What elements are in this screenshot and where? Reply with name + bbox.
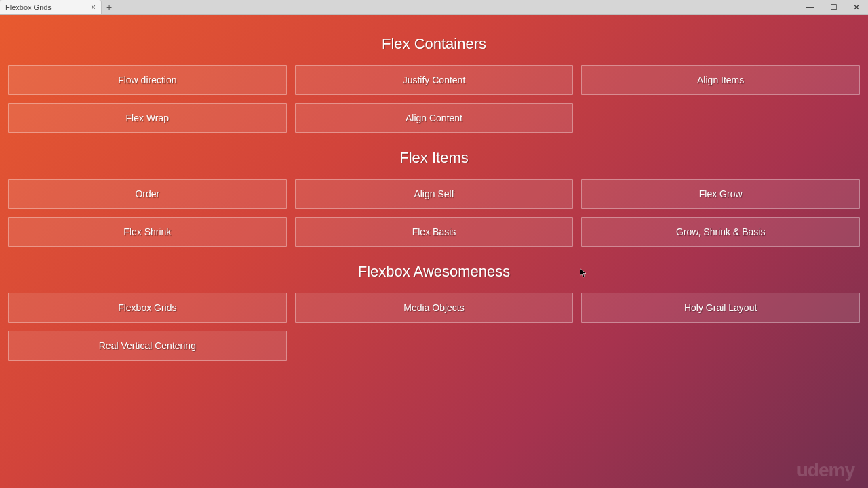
tile-justify-content[interactable]: Justify Content xyxy=(295,65,574,95)
tab-close-icon[interactable]: × xyxy=(91,3,96,12)
browser-tab[interactable]: Flexbox Grids × xyxy=(0,0,102,14)
tile-align-self[interactable]: Align Self xyxy=(295,179,574,209)
tile-media-objects[interactable]: Media Objects xyxy=(295,293,574,323)
grid-awesome: Flexbox Grids Media Objects Holy Grail L… xyxy=(8,293,860,361)
close-window-button[interactable]: ✕ xyxy=(845,0,868,15)
tile-holy-grail-layout[interactable]: Holy Grail Layout xyxy=(581,293,860,323)
section-title-items: Flex Items xyxy=(8,149,860,167)
tile-flex-basis[interactable]: Flex Basis xyxy=(295,217,574,247)
tile-flex-grow[interactable]: Flex Grow xyxy=(581,179,860,209)
tile-flex-wrap[interactable]: Flex Wrap xyxy=(8,103,287,133)
section-title-containers: Flex Containers xyxy=(8,35,860,53)
tile-flow-direction[interactable]: Flow direction xyxy=(8,65,287,95)
udemy-watermark: udemy xyxy=(797,460,854,481)
grid-items: Order Align Self Flex Grow Flex Shrink F… xyxy=(8,179,860,247)
section-title-awesome: Flexbox Awesomeness xyxy=(8,263,860,281)
new-tab-button[interactable]: + xyxy=(102,0,117,14)
minimize-button[interactable]: — xyxy=(799,0,822,15)
grid-containers: Flow direction Justify Content Align Ite… xyxy=(8,65,860,133)
tile-grow-shrink-basis[interactable]: Grow, Shrink & Basis xyxy=(581,217,860,247)
window-controls: — ☐ ✕ xyxy=(799,0,868,14)
page-viewport: Flex Containers Flow direction Justify C… xyxy=(0,15,868,488)
tile-align-items[interactable]: Align Items xyxy=(581,65,860,95)
tile-real-vertical-center[interactable]: Real Vertical Centering xyxy=(8,331,287,361)
tab-title: Flexbox Grids xyxy=(5,3,87,12)
tile-flex-shrink[interactable]: Flex Shrink xyxy=(8,217,287,247)
maximize-button[interactable]: ☐ xyxy=(822,0,845,15)
tile-align-content[interactable]: Align Content xyxy=(295,103,574,133)
tile-order[interactable]: Order xyxy=(8,179,287,209)
browser-chrome: Flexbox Grids × + — ☐ ✕ xyxy=(0,0,868,15)
tile-flexbox-grids[interactable]: Flexbox Grids xyxy=(8,293,287,323)
